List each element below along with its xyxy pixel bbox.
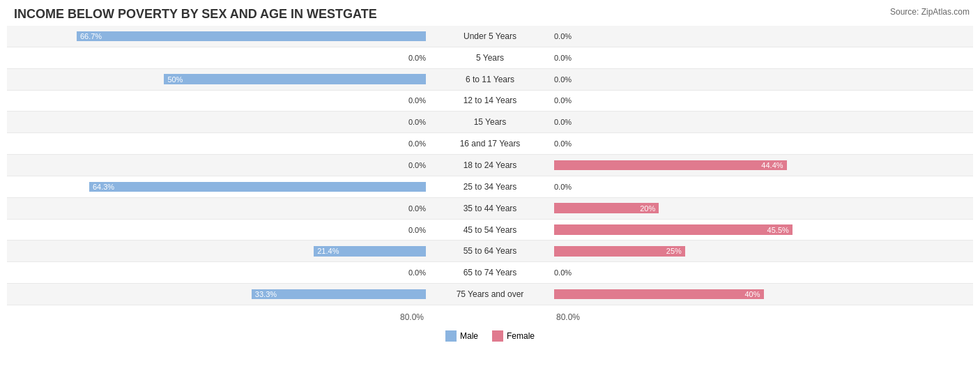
female-bar: 44.4% bbox=[554, 160, 787, 171]
row-label: 15 Years bbox=[427, 117, 553, 127]
female-zero-value: 0.0% bbox=[554, 54, 572, 62]
female-legend-box bbox=[492, 330, 503, 342]
female-side: 0.0% bbox=[553, 69, 973, 90]
female-bar-wrapper: 25% bbox=[553, 244, 973, 259]
row-label: 45 to 54 Years bbox=[427, 225, 553, 235]
female-legend-label: Female bbox=[507, 331, 535, 341]
male-side: 21.4% bbox=[7, 241, 427, 261]
male-bar-wrapper: 0.0% bbox=[7, 201, 427, 215]
chart-rows: 66.7%Under 5 Years0.0%0.0%5 Years0.0%50%… bbox=[7, 26, 973, 305]
female-bar-wrapper: 0.0% bbox=[553, 93, 973, 108]
male-zero-value: 0.0% bbox=[408, 139, 426, 148]
male-bar: 33.3% bbox=[252, 289, 426, 300]
male-bar-wrapper: 0.0% bbox=[7, 50, 427, 65]
axis-female: 80.0% bbox=[553, 312, 973, 322]
chart-title: INCOME BELOW POVERTY BY SEX AND AGE IN W… bbox=[7, 7, 973, 22]
female-zero-value: 0.0% bbox=[554, 118, 572, 126]
male-side: 0.0% bbox=[7, 91, 427, 112]
male-legend-item: Male bbox=[445, 330, 478, 342]
male-zero-value: 0.0% bbox=[408, 54, 426, 62]
female-side: 44.4% bbox=[553, 155, 973, 176]
male-bar-wrapper: 64.3% bbox=[7, 179, 427, 194]
legend: Male Female bbox=[7, 330, 973, 342]
female-bar-wrapper: 40% bbox=[553, 287, 973, 302]
male-bar-value: 21.4% bbox=[317, 247, 339, 255]
male-bar-value: 33.3% bbox=[255, 290, 277, 298]
male-zero-value: 0.0% bbox=[408, 268, 426, 277]
female-axis-max: 80.0% bbox=[553, 312, 580, 322]
female-zero-value: 0.0% bbox=[554, 268, 572, 277]
male-side: 0.0% bbox=[7, 198, 427, 219]
female-zero-value: 0.0% bbox=[554, 32, 572, 40]
axis-male: 80.0% bbox=[7, 312, 427, 322]
male-bar: 50% bbox=[164, 74, 426, 84]
female-bar-wrapper: 0.0% bbox=[553, 179, 973, 194]
female-side: 25% bbox=[553, 241, 973, 261]
female-side: 0.0% bbox=[553, 176, 973, 197]
chart-row: 0.0%16 and 17 Years0.0% bbox=[7, 133, 973, 155]
row-label: 65 to 74 Years bbox=[427, 268, 553, 277]
row-label: 25 to 34 Years bbox=[427, 182, 553, 192]
row-label: 18 to 24 Years bbox=[427, 160, 553, 170]
male-side: 33.3% bbox=[7, 284, 427, 305]
female-bar-wrapper: 20% bbox=[553, 201, 973, 215]
female-side: 0.0% bbox=[553, 47, 973, 68]
chart-row: 0.0%65 to 74 Years0.0% bbox=[7, 262, 973, 284]
female-bar-value: 40% bbox=[744, 290, 760, 298]
row-label: 6 to 11 Years bbox=[427, 75, 553, 84]
male-side: 64.3% bbox=[7, 176, 427, 197]
male-bar-value: 64.3% bbox=[93, 183, 114, 191]
chart-row: 21.4%55 to 64 Years25% bbox=[7, 241, 973, 262]
female-bar-wrapper: 0.0% bbox=[553, 137, 973, 151]
female-bar-wrapper: 0.0% bbox=[553, 72, 973, 86]
female-bar: 45.5% bbox=[554, 224, 793, 235]
row-label: Under 5 Years bbox=[427, 31, 553, 41]
row-label: 12 to 14 Years bbox=[427, 96, 553, 105]
chart-row: 0.0%18 to 24 Years44.4% bbox=[7, 155, 973, 176]
female-bar-value: 25% bbox=[666, 247, 682, 255]
male-bar-wrapper: 0.0% bbox=[7, 93, 427, 108]
female-bar: 40% bbox=[554, 289, 764, 300]
row-label: 5 Years bbox=[427, 53, 553, 63]
source-text: Source: ZipAtlas.com bbox=[890, 7, 970, 17]
male-legend-box bbox=[445, 330, 457, 342]
male-bar-value: 66.7% bbox=[80, 32, 102, 40]
male-side: 0.0% bbox=[7, 262, 427, 283]
male-bar-wrapper: 21.4% bbox=[7, 244, 427, 259]
female-bar-wrapper: 44.4% bbox=[553, 158, 973, 173]
female-bar-wrapper: 0.0% bbox=[553, 50, 973, 65]
axis-row: 80.0% 80.0% bbox=[7, 307, 973, 328]
female-bar-wrapper: 0.0% bbox=[553, 266, 973, 280]
chart-row: 0.0%12 to 14 Years0.0% bbox=[7, 91, 973, 112]
chart-area: 66.7%Under 5 Years0.0%0.0%5 Years0.0%50%… bbox=[7, 26, 973, 342]
chart-row: 33.3%75 Years and over40% bbox=[7, 284, 973, 305]
male-bar-wrapper: 0.0% bbox=[7, 115, 427, 130]
female-zero-value: 0.0% bbox=[554, 75, 572, 84]
male-bar-value: 50% bbox=[167, 75, 183, 84]
male-legend-label: Male bbox=[460, 331, 478, 341]
male-bar-wrapper: 33.3% bbox=[7, 287, 427, 302]
female-bar-wrapper: 0.0% bbox=[553, 115, 973, 130]
male-bar-wrapper: 0.0% bbox=[7, 222, 427, 237]
female-side: 20% bbox=[553, 198, 973, 219]
chart-row: 0.0%5 Years0.0% bbox=[7, 47, 973, 69]
female-side: 40% bbox=[553, 284, 973, 305]
female-legend-item: Female bbox=[492, 330, 535, 342]
male-bar-wrapper: 66.7% bbox=[7, 29, 427, 43]
male-zero-value: 0.0% bbox=[408, 96, 426, 105]
female-side: 45.5% bbox=[553, 220, 973, 241]
female-zero-value: 0.0% bbox=[554, 139, 572, 148]
female-bar-value: 45.5% bbox=[767, 226, 789, 234]
row-label: 75 Years and over bbox=[427, 289, 553, 299]
row-label: 16 and 17 Years bbox=[427, 139, 553, 148]
male-bar-wrapper: 0.0% bbox=[7, 137, 427, 151]
male-bar: 21.4% bbox=[314, 246, 426, 257]
row-label: 35 to 44 Years bbox=[427, 204, 553, 213]
female-bar-value: 44.4% bbox=[761, 161, 783, 169]
female-bar: 25% bbox=[554, 246, 685, 257]
row-label: 55 to 64 Years bbox=[427, 246, 553, 256]
female-side: 0.0% bbox=[553, 262, 973, 283]
female-bar-wrapper: 45.5% bbox=[553, 222, 973, 237]
male-side: 0.0% bbox=[7, 112, 427, 132]
female-zero-value: 0.0% bbox=[554, 183, 572, 191]
